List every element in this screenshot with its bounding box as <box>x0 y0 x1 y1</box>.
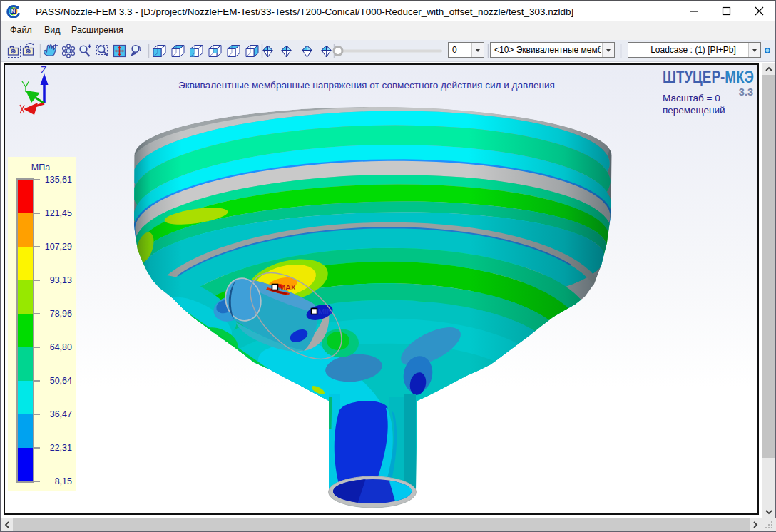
svg-text:МПа: МПа <box>31 163 50 173</box>
svg-text:64,80: 64,80 <box>50 342 72 352</box>
svg-text:Z: Z <box>41 65 47 76</box>
svg-text:MAX: MAX <box>279 283 297 292</box>
svg-text:перемещений: перемещений <box>663 105 725 116</box>
svg-text:8,15: 8,15 <box>55 476 72 486</box>
svg-text:93,13: 93,13 <box>50 275 72 285</box>
svg-text:3.3: 3.3 <box>739 86 753 98</box>
svg-text:MIN: MIN <box>318 307 332 316</box>
svg-text:ШТУЦЕР-МКЭ: ШТУЦЕР-МКЭ <box>663 68 754 86</box>
svg-text:22,31: 22,31 <box>50 443 72 453</box>
svg-text:78,96: 78,96 <box>50 309 72 319</box>
svg-text:36,47: 36,47 <box>50 409 72 419</box>
svg-text:N: N <box>11 8 15 14</box>
svg-text:107,29: 107,29 <box>45 242 72 252</box>
svg-text:50,64: 50,64 <box>50 376 72 386</box>
svg-text:Масштаб = 0: Масштаб = 0 <box>663 93 720 103</box>
svg-text:Эквивалентные мембранные напря: Эквивалентные мембранные напряжения от с… <box>178 80 555 91</box>
svg-text:135,61: 135,61 <box>45 175 72 185</box>
svg-text:121,45: 121,45 <box>45 208 72 218</box>
